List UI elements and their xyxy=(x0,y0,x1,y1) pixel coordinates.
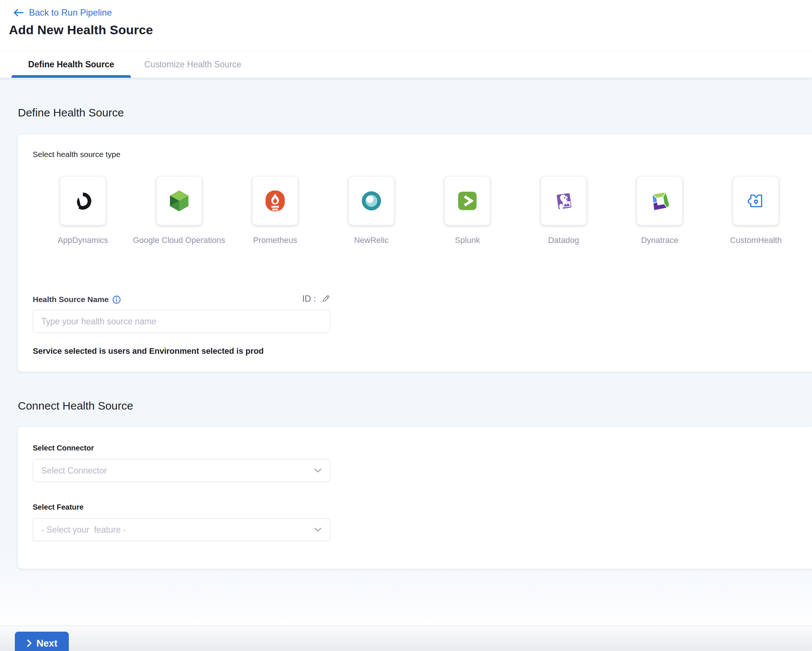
define-health-source-card: Select health source type AppDynamics xyxy=(18,134,812,371)
health-source-name-input[interactable] xyxy=(33,310,330,333)
chevron-right-icon xyxy=(26,639,32,647)
source-type-google-cloud-operations[interactable]: Google Cloud Operations xyxy=(148,177,211,245)
customhealth-icon xyxy=(745,190,767,212)
feature-select[interactable]: - Select your feature - xyxy=(33,518,330,541)
source-tile[interactable] xyxy=(349,177,394,225)
name-id-row: Health Source Name ID : xyxy=(33,293,330,304)
id-label: ID : xyxy=(302,293,316,304)
edit-id-icon[interactable] xyxy=(321,294,330,303)
prometheus-icon xyxy=(264,189,287,212)
select-connector-label: Select Connector xyxy=(33,444,797,452)
dynatrace-icon xyxy=(647,189,672,213)
select-feature-label: Select Feature xyxy=(33,503,797,512)
newrelic-icon xyxy=(360,189,383,212)
source-tile-label: Datadog xyxy=(548,235,579,245)
source-type-list: AppDynamics Google Cloud Operations xyxy=(33,177,797,245)
source-tile-label: Dynatrace xyxy=(641,235,678,245)
health-source-name-text: Health Source Name xyxy=(33,295,108,304)
source-type-dynatrace[interactable]: Dynatrace xyxy=(628,177,691,245)
google-cloud-operations-icon xyxy=(168,189,191,212)
source-tile[interactable] xyxy=(637,177,682,225)
page-header: Back to Run Pipeline Add New Health Sour… xyxy=(0,0,812,51)
tab-bar: Define Health Source Customize Health So… xyxy=(0,51,812,78)
source-tile[interactable] xyxy=(733,177,778,225)
back-arrow-icon xyxy=(13,8,24,17)
source-tile-label: Google Cloud Operations xyxy=(133,235,225,245)
tab-define-health-source[interactable]: Define Health Source xyxy=(12,51,131,78)
source-tile-label: NewRelic xyxy=(354,235,389,245)
tab-customize-health-source[interactable]: Customize Health Source xyxy=(139,51,246,78)
splunk-icon xyxy=(456,189,479,212)
source-tile[interactable] xyxy=(252,177,298,225)
tab-customize-label: Customize Health Source xyxy=(144,60,241,70)
service-environment-note: Service selected is users and Environmen… xyxy=(33,346,797,356)
content-area: Define Health Source Select health sourc… xyxy=(0,78,812,626)
connector-select-value: Select Connector xyxy=(41,466,107,476)
source-tile[interactable] xyxy=(541,177,586,225)
next-button-label: Next xyxy=(37,637,57,649)
connect-section-heading: Connect Health Source xyxy=(18,399,812,413)
back-link-label: Back to Run Pipeline xyxy=(29,8,112,18)
source-tile-label: Splunk xyxy=(455,235,480,245)
source-tile[interactable] xyxy=(60,177,105,225)
source-type-prometheus[interactable]: Prometheus xyxy=(244,177,307,245)
source-type-newrelic[interactable]: NewRelic xyxy=(340,177,403,245)
source-type-customhealth[interactable]: CustomHealth xyxy=(724,177,788,245)
chevron-down-icon xyxy=(314,468,322,473)
source-tile-label: Prometheus xyxy=(253,235,298,245)
datadog-icon xyxy=(552,189,575,212)
source-type-appdynamics[interactable]: AppDynamics xyxy=(51,177,114,245)
connector-select[interactable]: Select Connector xyxy=(33,459,330,482)
source-tile-label: CustomHealth xyxy=(730,235,781,245)
feature-select-value: - Select your feature - xyxy=(41,525,126,535)
source-tile[interactable] xyxy=(157,177,202,225)
chevron-down-icon xyxy=(314,527,322,532)
source-type-datadog[interactable]: Datadog xyxy=(532,177,595,245)
footer-bar: Next xyxy=(0,626,812,651)
appdynamics-icon xyxy=(72,189,95,212)
health-source-name-label: Health Source Name xyxy=(33,295,121,304)
connect-health-source-card: Select Connector Select Connector Select… xyxy=(18,427,812,569)
source-tile-label: AppDynamics xyxy=(58,235,108,245)
select-type-label: Select health source type xyxy=(33,150,797,159)
tab-define-label: Define Health Source xyxy=(28,60,114,70)
back-link[interactable]: Back to Run Pipeline xyxy=(13,8,112,18)
define-section-heading: Define Health Source xyxy=(18,106,812,119)
id-display: ID : xyxy=(302,293,330,304)
page-title: Add New Health Source xyxy=(9,23,812,37)
source-type-splunk[interactable]: Splunk xyxy=(436,177,499,245)
next-button[interactable]: Next xyxy=(15,632,69,651)
source-tile[interactable] xyxy=(445,177,490,225)
info-icon[interactable] xyxy=(112,295,121,304)
